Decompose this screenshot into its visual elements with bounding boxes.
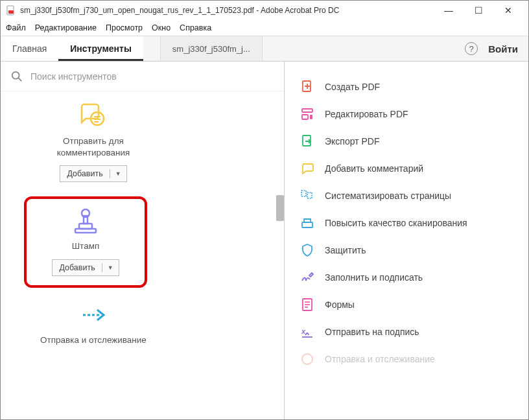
export-pdf-icon: [300, 134, 314, 148]
close-button[interactable]: ✕: [493, 1, 523, 20]
comment-icon: [78, 100, 109, 132]
chevron-down-icon: ▼: [110, 170, 126, 177]
side-label: Создать PDF: [325, 82, 380, 92]
menu-file[interactable]: Файл: [6, 23, 26, 32]
svg-rect-1: [8, 10, 14, 14]
side-protect[interactable]: Защитить: [285, 237, 528, 264]
forms-icon: [300, 298, 314, 312]
svg-rect-19: [307, 192, 312, 198]
content-area: Отправить для комментирования Добавить ▼…: [1, 62, 528, 419]
tool-stamp[interactable]: Штамп Добавить ▼: [24, 196, 147, 287]
tool-label: Штамп: [72, 240, 100, 252]
menu-view[interactable]: Просмотр: [106, 23, 143, 32]
side-label: Редактировать PDF: [325, 109, 408, 119]
create-pdf-icon: [300, 80, 314, 94]
svg-line-3: [19, 78, 22, 81]
side-label: Заполнить и подписать: [325, 272, 423, 283]
sidebar: Создать PDF Редактировать PDF Экспорт PD…: [285, 62, 528, 419]
side-add-comment[interactable]: Добавить комментарий: [285, 155, 528, 182]
side-label: Систематизировать страницы: [325, 191, 451, 201]
tab-bar: Главная Инструменты sm_j330f_j530fm_j...…: [1, 36, 528, 62]
comment-bubble-icon: [300, 161, 314, 176]
titlebar: sm_j330f_j530fm_j730_um_open_nougat_rus_…: [1, 1, 528, 20]
tool-send-track[interactable]: Отправка и отслеживание: [32, 296, 155, 359]
tools-pane: Отправить для комментирования Добавить ▼…: [1, 62, 285, 419]
svg-rect-14: [302, 109, 312, 112]
send-sign-icon: x: [300, 325, 314, 339]
stamp-icon: [70, 205, 101, 237]
scrollbar-thumb[interactable]: [276, 195, 284, 221]
search-input[interactable]: [30, 71, 274, 82]
svg-rect-16: [310, 115, 312, 119]
side-organize-pages[interactable]: Систематизировать страницы: [285, 182, 528, 209]
menu-window[interactable]: Окно: [152, 23, 170, 32]
shield-icon: [300, 243, 314, 257]
svg-point-2: [12, 71, 19, 78]
side-label: Экспорт PDF: [325, 136, 380, 146]
add-button[interactable]: Добавить ▼: [52, 259, 119, 276]
search-row: [1, 62, 284, 91]
pdf-file-icon: [6, 5, 16, 16]
svg-text:x: x: [301, 327, 306, 335]
tab-home[interactable]: Главная: [1, 36, 58, 61]
side-more[interactable]: Отправка и отслеживание: [285, 345, 528, 373]
login-button[interactable]: Войти: [488, 43, 518, 54]
tool-send-for-comment[interactable]: Отправить для комментирования Добавить ▼: [32, 97, 155, 189]
side-label: Добавить комментарий: [325, 163, 423, 174]
minimize-button[interactable]: —: [434, 1, 464, 20]
scanner-icon: [300, 216, 314, 230]
maximize-button[interactable]: ☐: [464, 1, 493, 20]
arrow-right-icon: [78, 299, 109, 331]
menu-help[interactable]: Справка: [180, 23, 211, 32]
side-label: Формы: [325, 299, 355, 310]
menu-edit[interactable]: Редактирование: [35, 23, 97, 32]
chevron-down-icon: ▼: [102, 264, 119, 271]
tab-document[interactable]: sm_j330f_j530fm_j...: [160, 36, 263, 61]
edit-pdf-icon: [300, 107, 314, 121]
help-icon[interactable]: ?: [465, 42, 478, 55]
side-label: Отправка и отслеживание: [325, 354, 435, 364]
tools-list: Отправить для комментирования Добавить ▼…: [1, 91, 284, 419]
add-button[interactable]: Добавить ▼: [60, 165, 126, 182]
organize-icon: [300, 189, 314, 203]
tool-label: Отправка и отслеживание: [40, 334, 147, 346]
side-label: Отправить на подпись: [325, 327, 419, 337]
search-icon: [11, 71, 23, 82]
side-export-pdf[interactable]: Экспорт PDF: [285, 128, 528, 155]
side-fill-sign[interactable]: Заполнить и подписать: [285, 264, 528, 291]
side-label: Повысить качество сканирования: [325, 218, 467, 228]
app-window: sm_j330f_j530fm_j730_um_open_nougat_rus_…: [0, 0, 529, 420]
svg-rect-15: [302, 115, 308, 119]
tool-label: Отправить для комментирования: [32, 135, 155, 159]
svg-point-27: [302, 354, 312, 364]
side-label: Защитить: [325, 245, 366, 255]
side-forms[interactable]: Формы: [285, 291, 528, 318]
more-icon: [300, 352, 314, 366]
side-create-pdf[interactable]: Создать PDF: [285, 73, 528, 100]
tab-tools[interactable]: Инструменты: [58, 36, 143, 61]
side-enhance-scan[interactable]: Повысить качество сканирования: [285, 209, 528, 237]
side-send-sign[interactable]: x Отправить на подпись: [285, 318, 528, 345]
svg-rect-20: [302, 222, 312, 228]
window-title: sm_j330f_j530fm_j730_um_open_nougat_rus_…: [20, 6, 339, 15]
side-edit-pdf[interactable]: Редактировать PDF: [285, 100, 528, 128]
menubar: Файл Редактирование Просмотр Окно Справк…: [1, 20, 528, 36]
sign-icon: [300, 270, 314, 285]
svg-rect-18: [301, 191, 306, 196]
